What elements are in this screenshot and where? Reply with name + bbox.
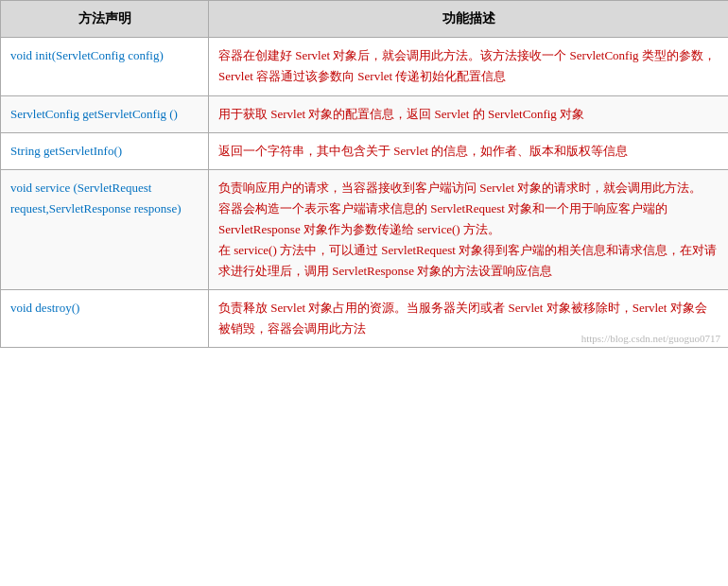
header-desc: 功能描述 (209, 1, 729, 38)
header-method: 方法声明 (1, 1, 209, 38)
servlet-methods-table: 方法声明 功能描述 void init(ServletConfig config… (0, 0, 728, 348)
desc-cell: 容器在创建好 Servlet 对象后，就会调用此方法。该方法接收一个 Servl… (209, 38, 729, 95)
method-cell: void destroy() (1, 290, 209, 348)
table-row: void init(ServletConfig config)容器在创建好 Se… (1, 38, 729, 95)
method-cell: String getServletInfo() (1, 132, 209, 169)
watermark: https://blog.csdn.net/guoguo0717 (581, 333, 720, 344)
desc-cell: 负责响应用户的请求，当容器接收到客户端访问 Servlet 对象的请求时，就会调… (209, 169, 729, 289)
table-row: String getServletInfo()返回一个字符串，其中包含关于 Se… (1, 132, 729, 169)
desc-cell: 返回一个字符串，其中包含关于 Servlet 的信息，如作者、版本和版权等信息 (209, 132, 729, 169)
table-row: ServletConfig getServletConfig ()用于获取 Se… (1, 95, 729, 132)
desc-cell: 用于获取 Servlet 对象的配置信息，返回 Servlet 的 Servle… (209, 95, 729, 132)
table-row: void service (ServletRequest request,Ser… (1, 169, 729, 289)
table-container: 方法声明 功能描述 void init(ServletConfig config… (0, 0, 728, 348)
method-cell: void service (ServletRequest request,Ser… (1, 169, 209, 289)
method-cell: ServletConfig getServletConfig () (1, 95, 209, 132)
method-cell: void init(ServletConfig config) (1, 38, 209, 95)
table-header-row: 方法声明 功能描述 (1, 1, 729, 38)
